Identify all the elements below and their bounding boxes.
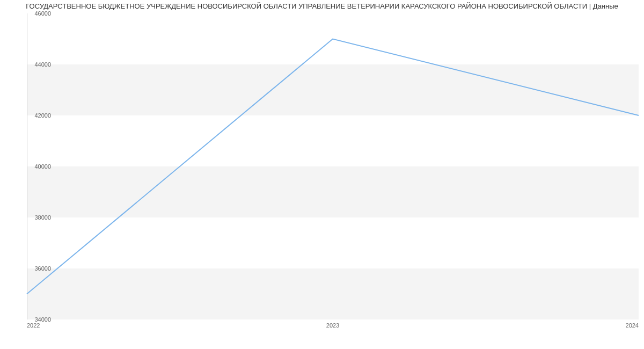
x-tick-label: 2023 <box>326 322 339 329</box>
y-tick-label: 38000 <box>0 214 51 221</box>
chart-area: 3400036000380004000042000440004600020222… <box>27 13 639 333</box>
line-layer <box>27 13 639 319</box>
y-tick-label: 42000 <box>0 112 51 119</box>
y-tick-label: 36000 <box>0 265 51 272</box>
series-line <box>27 39 639 294</box>
y-tick-label: 44000 <box>0 61 51 68</box>
x-tick-label: 2022 <box>27 322 40 329</box>
y-tick-label: 40000 <box>0 163 51 170</box>
x-tick-label: 2024 <box>626 322 639 329</box>
y-tick-label: 34000 <box>0 316 51 323</box>
y-tick-label: 46000 <box>0 10 51 17</box>
chart-title: ГОСУДАРСТВЕННОЕ БЮДЖЕТНОЕ УЧРЕЖДЕНИЕ НОВ… <box>0 0 644 11</box>
